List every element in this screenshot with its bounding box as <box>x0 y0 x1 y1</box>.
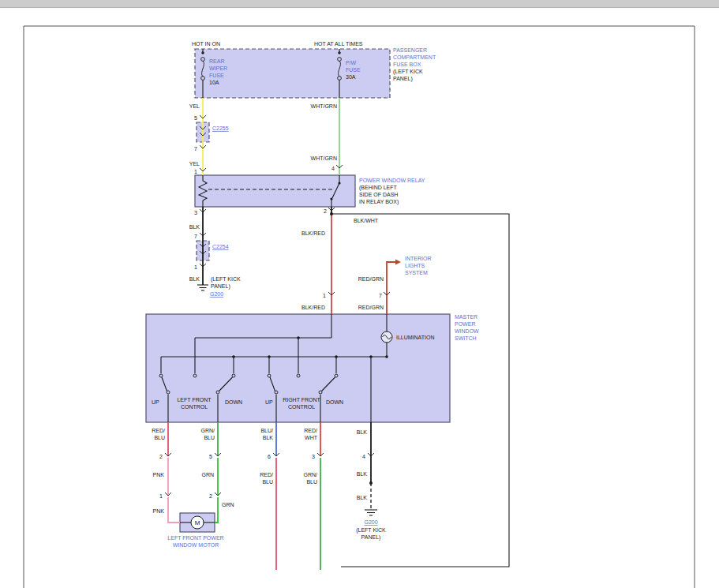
fuse-box-location: PANEL) <box>393 76 413 82</box>
interior-lights-system-link[interactable]: SYSTEM <box>405 270 428 275</box>
pin-number: 4 <box>331 166 335 171</box>
fuse1-top-circle <box>201 58 205 62</box>
wire-color-label: WHT/GRN <box>311 103 337 109</box>
pin-number: 2 <box>324 208 327 214</box>
wire-color-label: RED/ <box>304 428 317 433</box>
wire-color-label: BLK/RED <box>301 230 325 236</box>
fuse1-rating: 10A <box>209 80 219 85</box>
gnd-bus-dot-5 <box>385 355 388 358</box>
switch-position-label: DOWN <box>225 399 242 405</box>
pin-number: 3 <box>312 454 315 459</box>
fuse-box <box>195 49 390 98</box>
switch-position-label: UP <box>152 399 159 405</box>
fuse1-name: FUSE <box>209 73 224 78</box>
connector-c2255-link[interactable]: C2255 <box>212 125 229 131</box>
gnd-bus-dot-4 <box>369 355 373 358</box>
fuse2-bottom-circle <box>338 77 342 81</box>
fuse1-bottom-circle <box>201 77 205 81</box>
grn-wire-to-motor <box>215 497 218 522</box>
wire-color-label: BLK <box>189 276 200 282</box>
blk-splice-dot <box>369 481 373 485</box>
fuse1-name: WIPER <box>209 66 227 71</box>
contact-circle-5 <box>297 374 300 377</box>
gnd-bus-dot-3 <box>335 355 338 358</box>
master-switch-title: SWITCH <box>455 335 477 341</box>
pin-number: 1 <box>323 293 326 298</box>
wire-color-label: BLU <box>262 479 273 485</box>
wire-color-label: BLU <box>204 435 215 440</box>
fuse-box-location: (LEFT KICK <box>393 69 423 75</box>
switch-group-label: RIGHT FRONT <box>283 397 320 403</box>
contact-circle-3 <box>232 374 235 377</box>
pin-number: 1 <box>159 493 163 499</box>
interior-lights-system-link[interactable]: LIGHTS <box>405 263 425 268</box>
fuse2-rating: 30A <box>346 74 356 80</box>
contact-circle-4 <box>268 374 271 377</box>
wire-color-label: BLK/WHT <box>354 218 379 223</box>
fuse-box-title: PASSENGER <box>393 47 427 53</box>
fuse2-name: P/W <box>346 60 357 66</box>
wiper-circle-2 <box>216 391 219 394</box>
ground-g200-link[interactable]: G200 <box>364 519 377 525</box>
pin-number: 4 <box>362 454 365 459</box>
connector-pin-chevrons <box>165 115 390 496</box>
ground-symbol-left <box>197 285 208 290</box>
motor-title: WINDOW MOTOR <box>173 542 219 548</box>
wire-color-label: GRN/ <box>201 428 215 433</box>
wire-color-label: BLK <box>263 435 274 440</box>
wiper-circle-1 <box>167 391 170 394</box>
labels: HOT IN ON HOT AT ALL TIMES REAR WIPER FU… <box>152 41 479 548</box>
wire-color-label: BLK/RED <box>301 305 325 310</box>
relay-title: POWER WINDOW RELAY <box>359 178 425 183</box>
wire-color-label: WHT/GRN <box>311 155 337 161</box>
fuse1-terminal-dot <box>201 51 204 54</box>
component-boxes <box>146 49 450 532</box>
relay-contact-out-dot <box>330 197 332 200</box>
master-switch-title: WINDOW <box>455 328 479 334</box>
wiper-circle-3 <box>275 391 278 394</box>
feed-right-label: HOT AT ALL TIMES <box>314 41 363 47</box>
wire-color-label: BLU <box>154 435 165 440</box>
wire-color-label: BLU <box>306 479 317 485</box>
fuse2-name: FUSE <box>346 67 361 73</box>
blkwht-junction-dot <box>330 212 333 215</box>
contact-circle-2 <box>193 374 197 377</box>
wire-color-label: BLK <box>357 495 368 500</box>
relay-location: SIDE OF DASH <box>359 192 398 197</box>
wire-color-label: WHT <box>305 435 318 440</box>
wire-color-label: YEL <box>189 103 200 109</box>
pin-number: 6 <box>268 454 271 459</box>
pnk-wire-to-motor <box>168 497 180 522</box>
pin-number: 7 <box>194 146 197 152</box>
relay-location: (BEHIND LEFT <box>359 185 398 191</box>
ground-symbol-right <box>365 510 377 515</box>
switch-position-label: UP <box>265 399 273 405</box>
switch-position-label: DOWN <box>326 399 343 405</box>
contact-circle-1 <box>159 374 163 377</box>
wire-color-label: RED/GRN <box>358 305 384 310</box>
wire-color-label: RED/ <box>260 472 273 478</box>
connector-c2254-link[interactable]: C2254 <box>212 244 229 249</box>
fuse2-terminal-dot <box>338 51 340 54</box>
ground-g200-link[interactable]: G200 <box>210 291 223 297</box>
fuse1-name: REAR <box>209 58 224 64</box>
feed-left-label: HOT IN ON <box>192 41 220 47</box>
wire-color-label: RED/ <box>152 428 165 433</box>
pin-number: 2 <box>159 454 163 459</box>
gnd-bus-dot-1 <box>232 355 235 358</box>
wire-color-label: PNK <box>153 472 165 478</box>
fuse-box-title: FUSE BOX <box>393 62 421 67</box>
wire-color-label: BLK <box>357 429 368 435</box>
wire-color-label: GRN <box>201 472 214 478</box>
wire-color-label: BLU/ <box>260 428 273 433</box>
wire-color-label: BLK <box>189 224 200 230</box>
fuse-box-title: COMPARTMENT <box>393 54 436 60</box>
interior-lights-system-link[interactable]: INTERIOR <box>405 256 431 261</box>
switch-group-label: CONTROL <box>288 404 315 410</box>
relay-location: IN RELAY BOX) <box>359 199 399 205</box>
contact-circle-6 <box>335 374 338 377</box>
wire-color-label: GRN <box>222 502 234 507</box>
master-switch-title: POWER <box>455 321 475 327</box>
wire-color-label: BLK <box>357 471 368 477</box>
wiring-diagram-canvas: HOT IN ON HOT AT ALL TIMES REAR WIPER FU… <box>0 0 719 588</box>
